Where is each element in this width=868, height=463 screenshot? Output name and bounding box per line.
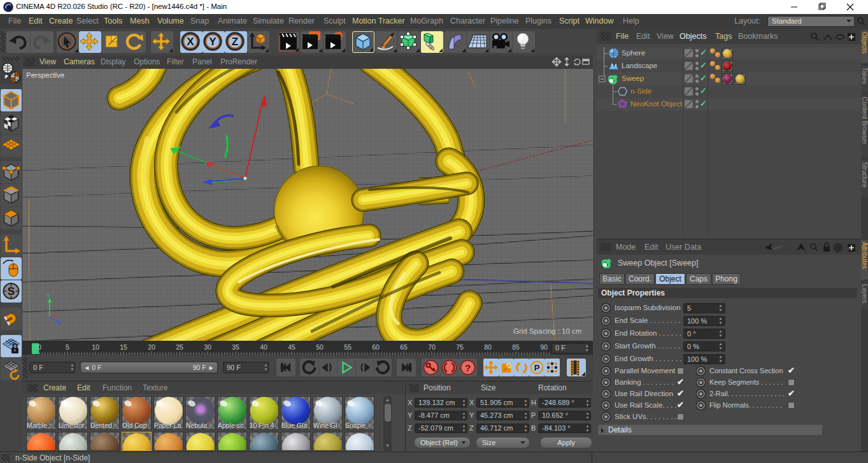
svg-text:Perspective: Perspective xyxy=(26,71,64,79)
svg-text:Y: Y xyxy=(209,36,217,48)
svg-text:Y: Y xyxy=(46,293,50,299)
svg-text:X: X xyxy=(187,36,194,48)
svg-text:P: P xyxy=(534,363,540,373)
svg-text:Grid Spacing : 10 cm: Grid Spacing : 10 cm xyxy=(513,327,581,335)
svg-text:Z: Z xyxy=(232,36,238,48)
svg-text:?: ? xyxy=(465,362,471,373)
svg-text:S: S xyxy=(8,285,15,297)
